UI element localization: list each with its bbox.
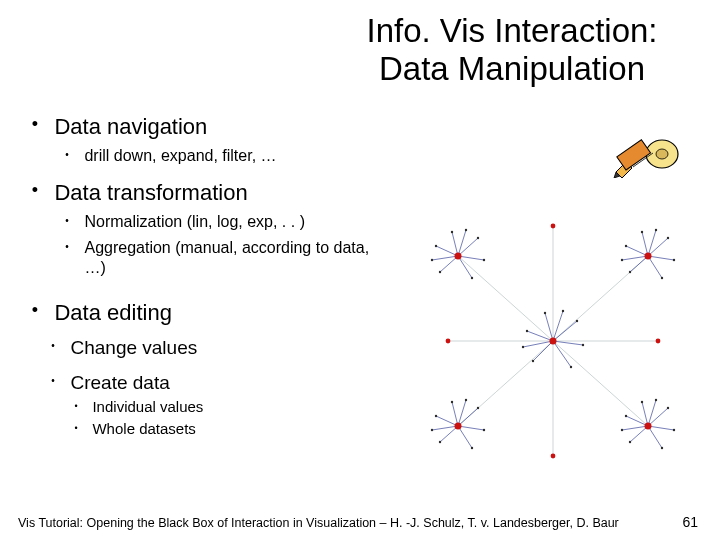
svg-line-17 <box>452 232 458 256</box>
bullet-text: Data navigation <box>54 114 207 139</box>
svg-point-52 <box>455 253 462 260</box>
svg-point-71 <box>629 271 631 273</box>
svg-point-59 <box>656 339 661 344</box>
svg-point-60 <box>551 454 556 459</box>
svg-point-96 <box>570 366 572 368</box>
svg-line-46 <box>533 341 553 361</box>
svg-point-93 <box>576 320 578 322</box>
bullet-dot: • <box>64 423 88 433</box>
svg-line-49 <box>545 313 553 341</box>
svg-point-64 <box>471 277 473 279</box>
bullet-text: Whole datasets <box>92 420 195 437</box>
svg-point-92 <box>621 429 623 431</box>
svg-line-25 <box>642 232 648 256</box>
bullet-text: Create data <box>70 372 169 393</box>
bullet-text: Data transformation <box>54 180 247 205</box>
bullet-dot: • <box>64 401 88 411</box>
svg-point-54 <box>455 423 462 430</box>
svg-line-48 <box>553 341 583 345</box>
title-line-1: Info. Vis Interaction: <box>366 12 657 49</box>
svg-point-1 <box>656 149 668 159</box>
svg-point-85 <box>667 407 669 409</box>
bullet-text: drill down, expand, filter, … <box>84 146 384 166</box>
svg-point-69 <box>667 237 669 239</box>
svg-point-97 <box>582 344 584 346</box>
svg-point-77 <box>477 407 479 409</box>
svg-point-79 <box>439 441 441 443</box>
svg-line-4 <box>458 256 553 341</box>
svg-point-89 <box>673 429 675 431</box>
svg-point-63 <box>439 271 441 273</box>
svg-line-32 <box>458 426 484 430</box>
page-number: 61 <box>682 514 698 530</box>
network-graphic <box>398 186 708 496</box>
bullet-data-transformation: • Data transformation <box>20 180 400 206</box>
svg-point-62 <box>435 245 437 247</box>
svg-line-39 <box>648 426 662 448</box>
svg-point-94 <box>526 330 528 332</box>
slide: Info. Vis Interaction: Data Manipulation… <box>0 0 720 540</box>
subsubbullet-individual-values: • Individual values <box>64 398 400 416</box>
svg-point-65 <box>483 259 485 261</box>
bullet-text: Aggregation (manual, according to data, … <box>84 238 384 278</box>
svg-line-33 <box>452 402 458 426</box>
svg-line-47 <box>553 341 571 367</box>
svg-point-66 <box>451 231 453 233</box>
bullet-dot: • <box>54 215 80 226</box>
svg-point-67 <box>465 229 467 231</box>
svg-point-82 <box>451 401 453 403</box>
svg-point-61 <box>477 237 479 239</box>
bullet-text: Change values <box>70 337 197 358</box>
svg-point-95 <box>532 360 534 362</box>
svg-line-23 <box>648 256 662 278</box>
svg-line-51 <box>523 341 553 347</box>
bullet-dot: • <box>54 241 80 252</box>
svg-line-15 <box>458 256 472 278</box>
slide-title: Info. Vis Interaction: Data Manipulation <box>322 12 702 88</box>
bullet-dot: • <box>20 114 50 135</box>
svg-line-21 <box>626 246 648 256</box>
svg-point-80 <box>471 447 473 449</box>
svg-point-84 <box>431 429 433 431</box>
subbullet-drill-down: • drill down, expand, filter, … <box>54 146 400 166</box>
svg-line-45 <box>527 331 553 341</box>
svg-point-86 <box>625 415 627 417</box>
title-line-2: Data Manipulation <box>379 50 645 87</box>
svg-point-87 <box>629 441 631 443</box>
svg-point-70 <box>625 245 627 247</box>
bullet-text: Data editing <box>54 300 171 325</box>
subsubbullet-whole-datasets: • Whole datasets <box>64 420 400 438</box>
svg-point-55 <box>645 423 652 430</box>
svg-point-58 <box>446 339 451 344</box>
svg-point-68 <box>431 259 433 261</box>
svg-point-73 <box>673 259 675 261</box>
svg-point-100 <box>522 346 524 348</box>
bullet-text: Individual values <box>92 398 203 415</box>
subbullet-aggregation: • Aggregation (manual, according to data… <box>54 238 400 278</box>
subbullet-create-data: • Create data <box>40 372 400 394</box>
bullet-dot: • <box>40 375 66 386</box>
svg-point-57 <box>551 224 556 229</box>
svg-point-88 <box>661 447 663 449</box>
bullet-dot: • <box>20 180 50 201</box>
svg-point-76 <box>621 259 623 261</box>
bullet-dot: • <box>54 149 80 160</box>
svg-point-56 <box>550 338 557 345</box>
svg-point-78 <box>435 415 437 417</box>
svg-point-83 <box>465 399 467 401</box>
svg-line-13 <box>436 246 458 256</box>
pencil-icon <box>612 130 682 178</box>
svg-line-7 <box>553 341 648 426</box>
svg-point-90 <box>641 401 643 403</box>
footer-citation: Vis Tutorial: Opening the Black Box of I… <box>18 516 619 530</box>
bullet-data-editing: • Data editing <box>20 300 400 326</box>
svg-line-41 <box>642 402 648 426</box>
svg-point-75 <box>655 229 657 231</box>
svg-line-37 <box>626 416 648 426</box>
subbullet-normalization: • Normalization (lin, log, exp, . . ) <box>54 212 400 232</box>
bullet-dot: • <box>40 340 66 351</box>
bullet-data-navigation: • Data navigation <box>20 114 400 140</box>
slide-body: • Data navigation • drill down, expand, … <box>20 110 400 442</box>
svg-line-40 <box>648 426 674 430</box>
svg-point-74 <box>641 231 643 233</box>
